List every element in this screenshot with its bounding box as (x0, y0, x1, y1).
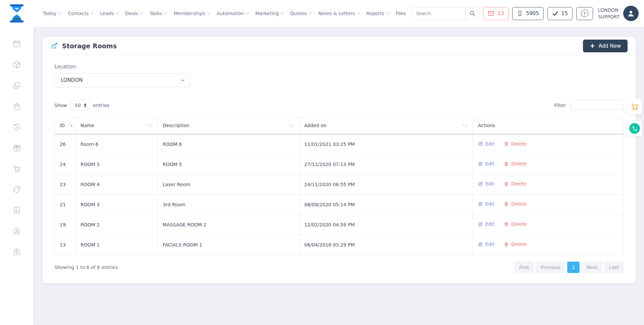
sort-icon: ↑↓ (147, 123, 152, 128)
edit-button[interactable]: Edit (478, 201, 494, 207)
table-row: 19ROOM 2MASSAGE ROOM 212/02/2020 04:59 P… (55, 215, 624, 235)
nav-item-label: Memberships (174, 11, 205, 16)
edit-label: Edit (485, 141, 494, 147)
chevron-down-icon (91, 11, 93, 14)
user-name-line1: LONDON (598, 7, 620, 13)
calls-badge-button[interactable]: 5905 (512, 7, 543, 20)
delete-button[interactable]: Delete (504, 141, 527, 147)
cart-icon[interactable] (12, 164, 21, 173)
cell-actions: EditDelete (473, 174, 624, 195)
storage-rooms-table: ID ↑↓ Name ↑↓ Description ↑↓ Added on (54, 117, 624, 255)
tasks-badge-button[interactable]: 15 (547, 7, 573, 20)
search-icon (469, 10, 475, 16)
column-header-name[interactable]: Name ↑↓ (75, 117, 158, 134)
cell-added-on: 08/09/2020 05:14 PM (299, 195, 473, 215)
trash-icon (504, 202, 509, 207)
page-length-select[interactable]: 50 (70, 100, 90, 110)
delete-label: Delete (511, 241, 527, 247)
nav-item-label: Contacts (68, 11, 89, 16)
pagination-previous-button[interactable]: Previous (536, 262, 566, 273)
pagination-last-button[interactable]: Last (604, 262, 624, 273)
avatar[interactable] (623, 6, 639, 21)
nav-item-files[interactable]: Files (396, 11, 406, 16)
nav-item-reports[interactable]: Reports (366, 11, 389, 16)
calendar-icon[interactable]: 12 (12, 40, 21, 48)
delete-button[interactable]: Delete (504, 181, 527, 186)
chevron-down-icon (281, 11, 283, 14)
floating-cart-button[interactable] (627, 99, 642, 114)
column-header-description[interactable]: Description ↑↓ (158, 117, 299, 134)
cell-name: Room 6 (75, 134, 158, 154)
tag-icon[interactable] (12, 185, 21, 194)
card-header: Storage Rooms + Add New (43, 37, 636, 55)
location-select[interactable]: LONDON (54, 73, 190, 87)
nav-item-contacts[interactable]: Contacts (68, 11, 93, 16)
messages-badge-button[interactable]: 13 (483, 7, 508, 20)
cell-name: ROOM 3 (75, 195, 158, 215)
edit-icon (478, 222, 483, 227)
user-name: LONDON SUPPORT (598, 7, 620, 20)
edit-button[interactable]: Edit (478, 241, 494, 247)
nav-item-label: Automation (217, 11, 244, 16)
nav-item-label: Files (396, 11, 406, 16)
nav-item-marketing[interactable]: Marketing (255, 11, 283, 16)
sort-icon: ↑↓ (462, 123, 468, 128)
delete-button[interactable]: Delete (504, 221, 527, 227)
cell-description: FACIALS ROOM 1 (158, 235, 299, 255)
help-button[interactable]: ? (576, 7, 593, 20)
table-controls: Show 50 entries Filter (54, 100, 624, 110)
search-button[interactable] (465, 8, 479, 19)
lockbox-icon[interactable] (12, 248, 21, 256)
question-mark-icon: ? (581, 10, 588, 17)
edit-button[interactable]: Edit (478, 221, 494, 227)
table-row: 23ROOM 4Laser Room24/11/2020 06:55 PMEdi… (55, 174, 624, 195)
nav-item-notes-letters[interactable]: Notes & Letters (318, 11, 359, 16)
cart-icon (630, 102, 639, 111)
delete-button[interactable]: Delete (504, 201, 527, 207)
nav-item-leads[interactable]: Leads (100, 11, 118, 16)
sort-icon: ↑↓ (67, 123, 73, 128)
user-name-line2: SUPPORT (598, 13, 620, 20)
cell-added-on: 24/11/2020 06:55 PM (299, 174, 473, 195)
entries-label: entries (93, 103, 110, 108)
cell-actions: EditDelete (473, 134, 624, 154)
cell-added-on: 27/11/2020 07:13 PM (299, 154, 473, 174)
column-header-added-on[interactable]: Added on ↑↓ (299, 117, 473, 134)
column-header-id[interactable]: ID ↑↓ (55, 117, 75, 134)
nav-item-quotes[interactable]: Quotes (290, 11, 311, 16)
delete-button[interactable]: Delete (504, 241, 527, 247)
check-icon (552, 10, 558, 17)
edit-button[interactable]: Edit (478, 141, 494, 147)
pagination-first-button[interactable]: First (514, 262, 534, 273)
pagination-next-button[interactable]: Next (581, 262, 602, 273)
column-header-actions: Actions (473, 117, 624, 134)
gift-icon[interactable] (12, 144, 21, 152)
nav-item-tasks[interactable]: Tasks (150, 11, 167, 16)
nav-item-today[interactable]: Today (43, 11, 61, 16)
edit-button[interactable]: Edit (478, 161, 494, 166)
shopping-bag-icon[interactable] (12, 102, 21, 111)
history-icon[interactable] (12, 123, 21, 131)
filter-input[interactable] (570, 100, 624, 110)
cell-id: 26 (55, 134, 75, 154)
nav-item-memberships[interactable]: Memberships (174, 11, 210, 16)
cell-actions: EditDelete (473, 195, 624, 215)
floating-phone-button[interactable] (627, 121, 642, 136)
add-new-button[interactable]: + Add New (583, 40, 628, 52)
search-input[interactable] (412, 8, 465, 19)
copy-icon[interactable] (12, 81, 21, 90)
page-title: Storage Rooms (62, 42, 117, 50)
storage-rooms-card: Storage Rooms + Add New Location: LONDON… (43, 37, 636, 283)
account-sync-icon[interactable] (12, 227, 21, 235)
package-icon[interactable] (12, 60, 21, 69)
edit-button[interactable]: Edit (478, 181, 494, 186)
cell-actions: EditDelete (473, 215, 624, 235)
report-icon[interactable] (12, 206, 21, 215)
delete-button[interactable]: Delete (504, 161, 527, 166)
cell-description: Laser Room (158, 174, 299, 195)
app-logo[interactable] (0, 4, 34, 23)
pagination-page-1-button[interactable]: 1 (567, 262, 580, 273)
nav-item-deals[interactable]: Deals (125, 11, 143, 16)
table-row: 24ROOM 5ROOM 527/11/2020 07:13 PMEditDel… (55, 154, 624, 174)
nav-item-automation[interactable]: Automation (217, 11, 249, 16)
